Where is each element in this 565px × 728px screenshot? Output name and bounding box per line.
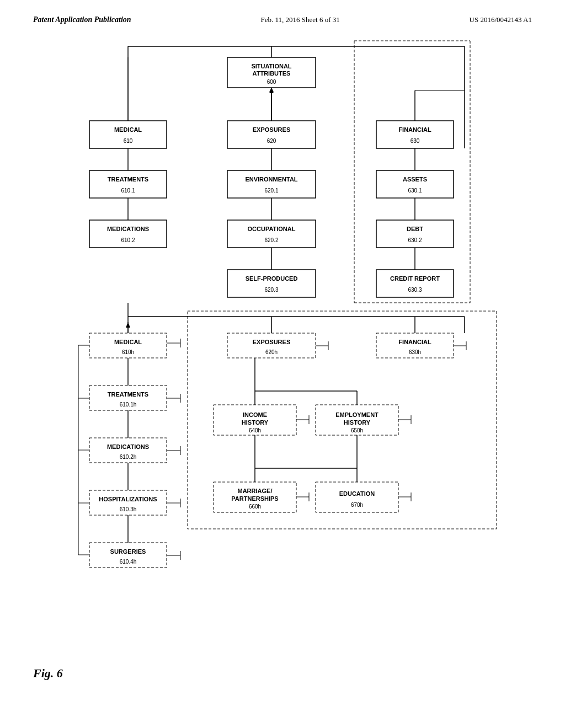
svg-text:650h: 650h: [351, 427, 363, 433]
diagram-area: SITUATIONAL ATTRIBUTES 600 MEDICAL 610 E…: [0, 41, 565, 692]
svg-rect-21: [89, 170, 167, 198]
svg-text:HISTORY: HISTORY: [344, 419, 371, 426]
page-header: Patent Application Publication Feb. 11, …: [0, 0, 565, 24]
svg-text:610.2h: 610.2h: [120, 454, 137, 460]
svg-rect-9: [227, 121, 316, 148]
svg-marker-52: [269, 88, 274, 92]
svg-text:620.1: 620.1: [264, 188, 278, 194]
svg-text:EDUCATION: EDUCATION: [339, 490, 375, 497]
patent-diagram: SITUATIONAL ATTRIBUTES 600 MEDICAL 610 E…: [45, 41, 520, 692]
svg-text:TREATMENTS: TREATMENTS: [108, 391, 148, 398]
svg-marker-73: [126, 322, 130, 328]
svg-rect-6: [89, 121, 167, 148]
svg-rect-27: [227, 170, 316, 198]
svg-text:610: 610: [124, 138, 133, 144]
svg-text:DEBT: DEBT: [407, 226, 423, 232]
svg-text:630.2: 630.2: [408, 237, 422, 243]
svg-text:630.1: 630.1: [408, 188, 422, 194]
svg-text:OCCUPATIONAL: OCCUPATIONAL: [248, 226, 296, 232]
svg-text:630h: 630h: [409, 349, 421, 355]
svg-text:600: 600: [267, 79, 276, 85]
svg-text:MARRIAGE/: MARRIAGE/: [238, 488, 273, 494]
svg-text:MEDICAL: MEDICAL: [114, 126, 142, 133]
svg-text:610.1: 610.1: [121, 188, 135, 194]
svg-text:EXPOSURES: EXPOSURES: [253, 126, 290, 133]
svg-text:HOSPITALIZATIONS: HOSPITALIZATIONS: [99, 496, 157, 502]
svg-text:620.2: 620.2: [264, 237, 278, 243]
svg-rect-33: [227, 270, 316, 297]
svg-text:SITUATIONAL: SITUATIONAL: [251, 63, 291, 69]
svg-text:INCOME: INCOME: [243, 411, 267, 418]
svg-text:ASSETS: ASSETS: [403, 176, 427, 183]
svg-text:PARTNERSHIPS: PARTNERSHIPS: [231, 495, 278, 502]
svg-text:610.2: 610.2: [121, 237, 135, 243]
svg-text:MEDICAL: MEDICAL: [114, 339, 142, 345]
svg-text:610.1h: 610.1h: [120, 402, 137, 408]
svg-text:640h: 640h: [249, 427, 261, 433]
svg-text:FINANCIAL: FINANCIAL: [398, 339, 431, 345]
svg-text:SURGERIES: SURGERIES: [110, 548, 146, 555]
svg-text:FINANCIAL: FINANCIAL: [398, 126, 431, 133]
svg-rect-42: [376, 270, 454, 297]
svg-text:MEDICATIONS: MEDICATIONS: [107, 443, 149, 450]
svg-text:ENVIRONMENTAL: ENVIRONMENTAL: [245, 176, 297, 183]
svg-text:620: 620: [267, 138, 276, 144]
svg-text:HISTORY: HISTORY: [242, 419, 269, 426]
svg-text:CREDIT REPORT: CREDIT REPORT: [390, 275, 440, 282]
header-date-sheet: Feb. 11, 2016 Sheet 6 of 31: [260, 15, 339, 24]
svg-text:660h: 660h: [249, 504, 261, 510]
svg-text:TREATMENTS: TREATMENTS: [108, 176, 148, 183]
svg-rect-39: [376, 220, 454, 248]
svg-text:610.3h: 610.3h: [120, 506, 137, 512]
header-publication-type: Patent Application Publication: [33, 15, 131, 24]
figure-label: Fig. 6: [33, 666, 63, 681]
svg-text:ATTRIBUTES: ATTRIBUTES: [253, 70, 291, 77]
svg-text:630: 630: [411, 138, 420, 144]
svg-text:630.3: 630.3: [408, 287, 422, 293]
svg-text:MEDICATIONS: MEDICATIONS: [107, 226, 149, 232]
svg-text:620h: 620h: [265, 349, 278, 355]
svg-rect-30: [227, 220, 316, 248]
header-patent-number: US 2016/0042143 A1: [470, 15, 532, 24]
svg-rect-12: [376, 121, 454, 148]
svg-text:670h: 670h: [351, 502, 363, 508]
svg-text:EMPLOYMENT: EMPLOYMENT: [335, 411, 379, 418]
svg-text:620.3: 620.3: [264, 287, 278, 293]
svg-text:610.4h: 610.4h: [120, 559, 137, 565]
svg-text:610h: 610h: [122, 349, 134, 355]
svg-text:EXPOSURES: EXPOSURES: [253, 339, 290, 345]
svg-text:SELF-PRODUCED: SELF-PRODUCED: [246, 275, 298, 282]
svg-rect-36: [376, 170, 454, 198]
svg-rect-24: [89, 220, 167, 248]
